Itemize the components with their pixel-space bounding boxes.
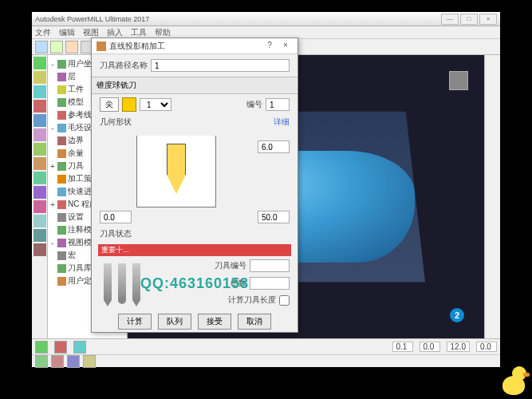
tree-node-icon xyxy=(57,162,66,171)
toolbar-button[interactable] xyxy=(50,41,63,53)
bottom-left-input[interactable] xyxy=(100,211,132,223)
tool-icon[interactable] xyxy=(33,243,46,256)
toolpath-name-input[interactable] xyxy=(151,59,290,72)
tool-icon[interactable] xyxy=(33,229,46,242)
menu-item[interactable]: 工具 xyxy=(131,27,147,38)
status-value: 0.0 xyxy=(420,342,440,352)
watermark-text: QQ:463160158 xyxy=(140,275,249,292)
tree-label: 工件 xyxy=(68,84,84,95)
dialog-button-接受[interactable]: 接受 xyxy=(198,314,231,330)
dialog-close-button[interactable]: × xyxy=(278,41,293,52)
status-icon[interactable] xyxy=(73,341,86,354)
bottom-icon[interactable] xyxy=(83,355,96,368)
tool-icon[interactable] xyxy=(33,100,46,113)
tree-node-icon xyxy=(57,251,66,260)
minimize-button[interactable]: — xyxy=(441,14,459,25)
tree-node-icon xyxy=(57,149,66,158)
calc-length-label: 计算刀具长度 xyxy=(228,294,276,306)
tree-node-icon xyxy=(57,111,66,120)
tool-icon[interactable] xyxy=(33,85,46,98)
length-input[interactable] xyxy=(258,211,290,223)
tool-state-label: 刀具状态 xyxy=(100,228,132,239)
toolbar-button[interactable] xyxy=(65,41,78,53)
close-button[interactable]: × xyxy=(479,14,497,25)
tool-type-icon[interactable] xyxy=(122,97,136,112)
status-icon[interactable] xyxy=(35,341,48,354)
detail-link[interactable]: 详细 xyxy=(274,117,290,128)
view-cube[interactable] xyxy=(449,71,468,90)
expand-icon[interactable]: + xyxy=(49,200,56,209)
tree-node-icon xyxy=(57,124,66,132)
window-title: Autodesk PowerMILL Ultimate 2017 xyxy=(35,15,439,23)
tree-node-icon xyxy=(57,200,66,209)
calc-length-checkbox[interactable] xyxy=(279,295,290,306)
menu-item[interactable]: 帮助 xyxy=(155,27,171,38)
tree-label: 宏 xyxy=(68,250,76,261)
expand-icon[interactable]: - xyxy=(49,239,56,247)
tool-select[interactable]: 1 xyxy=(140,98,171,111)
tool-icon[interactable] xyxy=(33,172,46,184)
step-badge: 2 xyxy=(450,308,464,322)
tool-icon[interactable] xyxy=(33,157,46,170)
tool-number-label: 编号 xyxy=(246,99,262,110)
tree-node-icon xyxy=(57,226,66,235)
tree-node-icon xyxy=(57,264,66,273)
tool-bits-overlay xyxy=(104,263,140,300)
dialog-button-取消[interactable]: 取消 xyxy=(238,314,271,330)
tool-id-label: 刀具编号 xyxy=(215,260,246,271)
tree-label: 参考线 xyxy=(68,109,92,120)
tool-icon[interactable] xyxy=(33,143,46,156)
tool-bit-icon xyxy=(132,263,140,300)
right-toolbar xyxy=(484,55,500,338)
tool-icon[interactable] xyxy=(33,71,46,84)
dialog-button-队列[interactable]: 队列 xyxy=(158,314,191,330)
tree-label: 模型 xyxy=(68,97,84,108)
expand-icon[interactable]: + xyxy=(49,162,56,171)
bottom-bar xyxy=(32,354,500,367)
tool-number-input[interactable] xyxy=(266,98,290,111)
diameter-input[interactable] xyxy=(258,140,290,153)
toolbar-button[interactable] xyxy=(35,41,48,53)
tool-icon[interactable] xyxy=(33,200,46,213)
bottom-icon[interactable] xyxy=(67,355,80,368)
status-bar: 0.1 0.0 12.0 0.0 xyxy=(32,338,500,354)
tool-id-input[interactable] xyxy=(250,259,290,272)
tool-icon[interactable] xyxy=(33,57,46,69)
tree-node-icon xyxy=(57,188,66,196)
tool-icon[interactable] xyxy=(33,215,46,227)
dialog-titlebar[interactable]: 直线投影精加工 ? × xyxy=(92,38,298,54)
expand-icon[interactable]: - xyxy=(49,60,56,69)
menu-item[interactable]: 文件 xyxy=(35,27,51,38)
tool-icon[interactable] xyxy=(33,186,46,199)
bottom-icon[interactable] xyxy=(51,355,64,368)
warning-bar: 重要十... xyxy=(98,244,291,256)
tree-node-icon xyxy=(57,213,66,222)
geometry-label: 几何形状 xyxy=(100,117,132,128)
dialog-icon xyxy=(97,41,106,51)
menu-item[interactable]: 插入 xyxy=(107,27,123,38)
expand-icon[interactable]: - xyxy=(49,124,56,132)
tree-node-icon xyxy=(57,73,66,81)
tree-node-icon xyxy=(57,60,66,69)
tool-diagram xyxy=(136,136,216,207)
tree-label: 设置 xyxy=(68,211,84,223)
section-title: 锥度球铣刀 xyxy=(97,80,293,91)
status-icon[interactable] xyxy=(54,341,67,354)
dialog-button-计算[interactable]: 计算 xyxy=(118,314,152,330)
maximize-button[interactable]: □ xyxy=(460,14,478,25)
bottom-icon[interactable] xyxy=(35,355,48,368)
window-titlebar: Autodesk PowerMILL Ultimate 2017 — □ × xyxy=(32,12,500,26)
toolpath-name-label: 刀具路径名称 xyxy=(100,60,148,71)
menu-item[interactable]: 视图 xyxy=(83,27,99,38)
menu-item[interactable]: 编辑 xyxy=(59,27,75,38)
dialog-title: 直线投影精加工 xyxy=(109,41,261,52)
tool-icon[interactable] xyxy=(33,114,46,127)
tool-icon[interactable] xyxy=(33,128,46,141)
tree-label: 刀具 xyxy=(68,160,84,172)
flutes-input[interactable] xyxy=(250,277,290,290)
mascot-icon xyxy=(499,366,528,395)
tree-node-icon xyxy=(57,136,66,145)
tool-tab[interactable]: 尖 xyxy=(100,97,119,112)
dialog-help-button[interactable]: ? xyxy=(262,41,277,52)
tool-bit-icon xyxy=(118,263,126,300)
